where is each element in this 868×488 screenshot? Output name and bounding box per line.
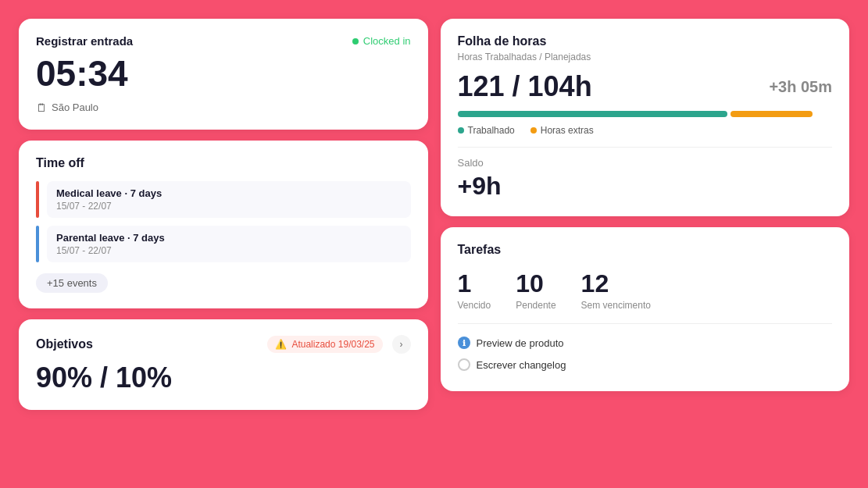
- clockin-title: Registrar entrada: [36, 34, 133, 48]
- folha-extra: +3h 05m: [769, 78, 832, 96]
- location: 🗒 São Paulo: [36, 102, 411, 114]
- objetivos-arrow-button[interactable]: ›: [392, 335, 411, 354]
- leave-item-1: Medical leave · 7 days 15/07 - 22/07: [36, 181, 411, 218]
- task-name-1: Escrever changelog: [477, 359, 566, 371]
- objetivos-date: Atualizado 19/03/25: [291, 339, 374, 350]
- clockin-header: Registrar entrada Clocked in: [36, 34, 411, 48]
- stat-pendente: 10 Pendente: [516, 269, 555, 311]
- task-item-0[interactable]: ℹ Preview de produto: [458, 332, 833, 354]
- leave-name-1: Medical leave · 7 days: [56, 187, 402, 199]
- legend-dot-orange: [530, 127, 537, 134]
- legend-extra: Horas extras: [530, 125, 594, 136]
- tarefas-card: Tarefas 1 Vencido 10 Pendente 12 Sem ven…: [441, 227, 850, 391]
- task-icon-info: ℹ: [458, 337, 470, 349]
- timeoff-card: Time off Medical leave · 7 days 15/07 - …: [19, 141, 428, 308]
- objetivos-value: 90% / 10%: [36, 362, 411, 394]
- saldo-value: +9h: [458, 172, 833, 201]
- task-name-0: Preview de produto: [477, 337, 564, 349]
- folha-divider: [458, 147, 833, 148]
- leave-item-2: Parental leave · 7 days 15/07 - 22/07: [36, 226, 411, 262]
- leave-dates-1: 15/07 - 22/07: [56, 201, 402, 212]
- clocked-dot: [352, 38, 359, 45]
- folha-title: Folha de horas: [458, 34, 833, 48]
- objetivos-header-right: ⚠️ Atualizado 19/03/25 ›: [267, 335, 410, 354]
- folha-card: Folha de horas Horas Trabalhadas / Plane…: [441, 19, 850, 216]
- leave-name-2: Parental leave · 7 days: [56, 232, 402, 244]
- tarefas-stats: 1 Vencido 10 Pendente 12 Sem vencimento: [458, 269, 833, 311]
- stat-vencido: 1 Vencido: [458, 269, 491, 311]
- time-display: 05:34: [36, 54, 411, 94]
- stat-num-pendente: 10: [516, 269, 555, 298]
- task-icon-outline: [458, 358, 470, 371]
- stat-num-semvencimento: 12: [581, 269, 651, 298]
- objetivos-card: Objetivos ⚠️ Atualizado 19/03/25 › 90% /…: [19, 319, 428, 410]
- task-divider: [458, 323, 833, 324]
- stat-num-vencido: 1: [458, 269, 491, 298]
- alert-icon: ⚠️: [275, 339, 287, 350]
- stat-semvencimento: 12 Sem vencimento: [581, 269, 651, 311]
- clocked-label: Clocked in: [363, 35, 411, 47]
- saldo-label: Saldo: [458, 157, 833, 169]
- tarefas-title: Tarefas: [458, 243, 833, 257]
- legend-extra-label: Horas extras: [541, 125, 594, 136]
- progress-bars: [458, 111, 833, 117]
- timeoff-title: Time off: [36, 156, 411, 170]
- more-events-button[interactable]: +15 events: [36, 273, 108, 293]
- bar-extra: [730, 111, 813, 117]
- clockin-card: Registrar entrada Clocked in 05:34 🗒 São…: [19, 19, 428, 130]
- location-icon: 🗒: [36, 102, 47, 114]
- legend-worked: Trabalhado: [458, 125, 515, 136]
- location-text: São Paulo: [52, 102, 98, 113]
- legend-worked-label: Trabalhado: [468, 125, 515, 136]
- folha-hours: 121 / 104h: [458, 70, 592, 103]
- leave-bar-blue: [36, 226, 39, 262]
- leave-dates-2: 15/07 - 22/07: [56, 245, 402, 256]
- stat-label-pendente: Pendente: [516, 300, 555, 311]
- objetivos-header: Objetivos ⚠️ Atualizado 19/03/25 ›: [36, 335, 411, 354]
- legend-dot-teal: [458, 127, 464, 134]
- bar-worked: [458, 111, 727, 117]
- leave-content-1: Medical leave · 7 days 15/07 - 22/07: [47, 181, 411, 218]
- clocked-badge: Clocked in: [352, 35, 411, 47]
- leave-content-2: Parental leave · 7 days 15/07 - 22/07: [47, 226, 411, 262]
- folha-subtitle: Horas Trabalhadas / Planejadas: [458, 52, 833, 62]
- left-column: Registrar entrada Clocked in 05:34 🗒 São…: [19, 19, 428, 469]
- stat-label-semvencimento: Sem vencimento: [581, 300, 651, 311]
- right-column: Folha de horas Horas Trabalhadas / Plane…: [441, 19, 850, 469]
- folha-main: 121 / 104h +3h 05m: [458, 70, 833, 103]
- leave-bar-red: [36, 181, 39, 218]
- legend: Trabalhado Horas extras: [458, 125, 833, 136]
- objetivos-badge: ⚠️ Atualizado 19/03/25: [267, 336, 382, 353]
- objetivos-title: Objetivos: [36, 337, 93, 351]
- dashboard: Registrar entrada Clocked in 05:34 🗒 São…: [0, 0, 868, 488]
- task-item-1[interactable]: Escrever changelog: [458, 354, 833, 376]
- stat-label-vencido: Vencido: [458, 300, 491, 311]
